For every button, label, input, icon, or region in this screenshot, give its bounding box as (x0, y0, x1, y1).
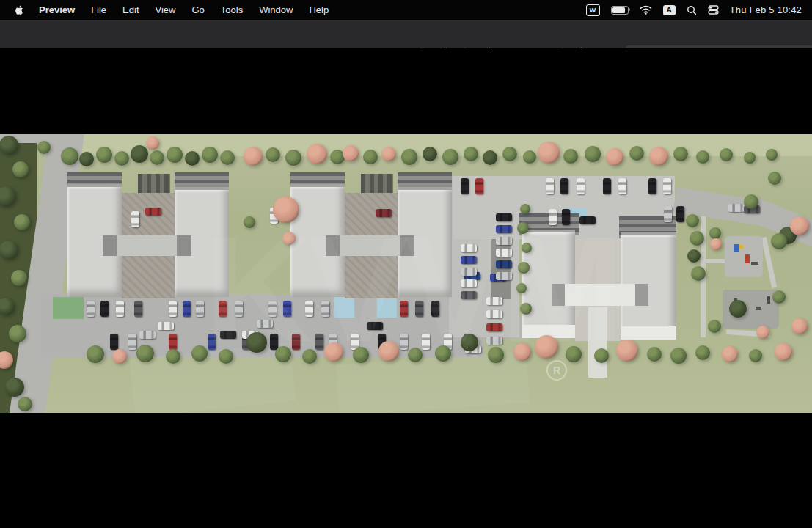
tree-68 (729, 300, 747, 318)
car-2 (100, 301, 109, 317)
car-19 (169, 334, 177, 350)
wifi-icon[interactable] (640, 5, 652, 15)
tree-13 (285, 150, 301, 166)
tree-23 (483, 150, 497, 165)
tree-63 (709, 227, 721, 239)
tree-14 (307, 144, 327, 164)
input-source-icon[interactable]: A (663, 5, 676, 15)
watermark-registered-icon: R (546, 360, 567, 381)
tree-33 (696, 150, 709, 164)
tree-75 (87, 345, 104, 363)
tree-60 (690, 231, 704, 246)
menu-item-go[interactable]: Go (183, 0, 212, 20)
tree-24 (502, 147, 517, 161)
car-55 (618, 178, 626, 194)
tree-11 (244, 147, 263, 166)
menu-item-edit[interactable]: Edit (114, 0, 147, 20)
tree-96 (647, 347, 662, 362)
tree-25 (523, 150, 536, 164)
tree-46 (5, 378, 24, 397)
tree-12 (266, 147, 280, 162)
tree-99 (722, 346, 738, 362)
tree-16 (343, 145, 359, 161)
car-52 (560, 178, 568, 194)
car-32 (158, 322, 174, 330)
building-cluster-1-connector (103, 235, 191, 256)
site-play-item-red (745, 254, 750, 263)
car-53 (577, 178, 585, 194)
tree-35 (744, 152, 756, 164)
menu-item-preview[interactable]: Preview (31, 0, 83, 20)
tree-101 (775, 343, 792, 361)
tree-52 (146, 136, 159, 150)
tree-47 (18, 397, 32, 411)
tree-67 (790, 216, 809, 235)
battery-icon[interactable] (611, 6, 629, 15)
tree-40 (14, 214, 30, 230)
tree-9 (202, 147, 218, 163)
car-7 (196, 301, 204, 317)
car-63 (728, 204, 745, 212)
menu-status-area: W A Thu Feb 5 10:42 (586, 4, 812, 16)
menu-item-window[interactable]: Window (251, 0, 301, 20)
car-59 (676, 206, 684, 222)
site-play-item-dark (751, 262, 758, 265)
site-play-item-blue (734, 244, 739, 252)
menu-item-help[interactable]: Help (301, 0, 337, 20)
tree-34 (720, 148, 733, 161)
car-50 (475, 178, 483, 194)
menu-item-file[interactable]: File (83, 0, 114, 20)
image-viewport: KVVMR (0, 48, 812, 528)
apple-menu-icon[interactable] (14, 4, 25, 15)
tree-8 (185, 151, 200, 166)
car-54 (603, 178, 611, 194)
tree-18 (381, 147, 396, 161)
tree-4 (114, 151, 129, 166)
tree-42 (11, 270, 27, 286)
spotlight-icon[interactable] (687, 5, 697, 15)
car-17 (110, 334, 118, 350)
menu-items: PreviewFileEditViewGoToolsWindowHelp (0, 0, 337, 20)
tree-36 (766, 149, 778, 161)
site-court-item-2 (756, 307, 761, 310)
menu-clock[interactable]: Thu Feb 5 10:42 (730, 4, 802, 15)
tree-62 (691, 266, 706, 281)
control-center-icon[interactable] (708, 5, 719, 15)
car-45 (145, 208, 161, 216)
tree-1 (61, 147, 78, 165)
tree-69 (772, 290, 786, 304)
site-play-item-yellow (739, 245, 743, 249)
tree-27 (563, 149, 578, 164)
tree-20 (423, 147, 437, 161)
tree-73 (744, 194, 758, 209)
tree-17 (363, 150, 378, 164)
tree-71 (708, 320, 721, 333)
menu-item-view[interactable]: View (147, 0, 184, 20)
tree-26 (538, 142, 560, 164)
tree-74 (768, 172, 781, 185)
car-58 (664, 206, 672, 222)
macos-screen: PreviewFileEditViewGoToolsWindowHelp W A… (0, 0, 812, 528)
car-46 (131, 211, 139, 227)
tree-78 (166, 349, 180, 364)
watermark-text: KVVM (204, 213, 621, 364)
siteplan-image: KVVMR (0, 134, 812, 413)
tree-41 (0, 241, 18, 260)
tree-65 (710, 238, 722, 250)
car-49 (461, 178, 469, 194)
site-playground-pad (725, 236, 763, 277)
word-status-icon[interactable]: W (586, 4, 600, 16)
tree-6 (150, 150, 164, 165)
tree-98 (695, 345, 710, 360)
tree-70 (791, 318, 808, 334)
tree-44 (9, 325, 26, 342)
tree-32 (673, 147, 688, 161)
menu-item-tools[interactable]: Tools (213, 0, 251, 20)
tree-19 (401, 149, 417, 165)
car-57 (663, 178, 671, 194)
car-6 (183, 301, 191, 317)
tree-66 (771, 233, 787, 249)
car-5 (169, 301, 177, 317)
tree-7 (167, 147, 183, 163)
tree-61 (687, 249, 701, 263)
